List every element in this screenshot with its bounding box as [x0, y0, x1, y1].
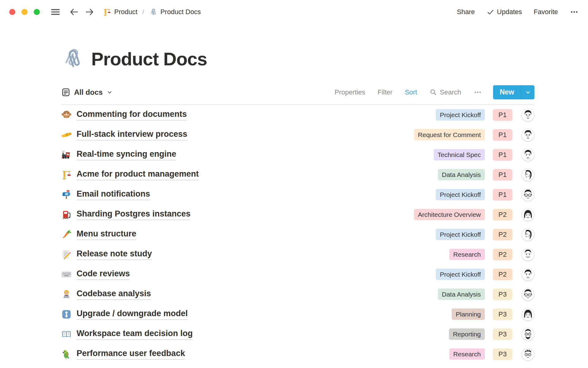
open-book-emoji — [61, 329, 72, 339]
doc-row[interactable]: Release note study Research P2 — [61, 244, 534, 264]
doc-title[interactable]: Commenting for documents — [77, 109, 187, 121]
assignee-avatar-woman-side-profile[interactable] — [522, 168, 534, 181]
doc-priority-badge[interactable]: P1 — [493, 189, 512, 201]
doc-row[interactable]: Commenting for documents Project Kickoff… — [61, 105, 534, 125]
doc-row[interactable]: Upgrade / downgrade model Planning P3 — [61, 304, 534, 324]
doc-tag[interactable]: Data Analysis — [438, 169, 485, 180]
new-dropdown-button[interactable] — [521, 85, 534, 99]
assignee-avatar-man-stubble[interactable] — [522, 268, 534, 281]
sidebar-menu-icon[interactable] — [50, 7, 61, 17]
share-button[interactable]: Share — [457, 8, 475, 16]
doc-title[interactable]: Full-stack interview process — [77, 129, 187, 140]
updates-button[interactable]: Updates — [487, 8, 522, 16]
doc-title[interactable]: Release note study — [77, 249, 152, 260]
ellipsis-icon — [473, 88, 482, 97]
doc-row[interactable]: Email notifications Project Kickoff P1 — [61, 185, 534, 205]
doc-row[interactable]: Acme for product management Data Analysi… — [61, 165, 534, 185]
doc-list: Commenting for documents Project Kickoff… — [61, 105, 534, 364]
doc-title[interactable]: Sharding Postgres instances — [77, 209, 190, 220]
assignee-avatar-man-short-hair[interactable] — [522, 109, 534, 121]
doc-title[interactable]: Workspace team decision log — [77, 329, 193, 340]
fuel-pump-emoji — [61, 209, 72, 220]
search-button[interactable]: Search — [429, 88, 461, 96]
doc-title[interactable]: Real-time syncing engine — [77, 149, 176, 160]
doc-title[interactable]: Acme for product management — [77, 169, 199, 180]
doc-priority-badge[interactable]: P1 — [493, 169, 512, 181]
doc-title[interactable]: Email notifications — [77, 189, 150, 200]
mailbox-raised-flag-emoji — [61, 190, 72, 200]
doc-priority-badge[interactable]: P2 — [493, 209, 512, 220]
doc-tag[interactable]: Reporting — [449, 328, 485, 340]
view-switcher-all-docs[interactable]: All docs — [61, 88, 113, 97]
assignee-avatar-person-glasses[interactable] — [522, 288, 534, 301]
doc-row[interactable]: Workspace team decision log Reporting P3 — [61, 324, 534, 344]
assignee-avatar-person-glasses[interactable] — [522, 188, 534, 201]
search-icon — [429, 88, 437, 96]
favorite-button[interactable]: Favorite — [534, 8, 558, 16]
doc-priority-badge[interactable]: P3 — [493, 328, 512, 340]
doc-row[interactable]: Menu structure Project Kickoff P2 — [61, 224, 534, 244]
doc-tag[interactable]: Research — [449, 348, 485, 360]
assignee-avatar-man-stubble[interactable] — [522, 148, 534, 161]
doc-row[interactable]: Real-time syncing engine Technical Spec … — [61, 145, 534, 165]
doc-tag[interactable]: Technical Spec — [434, 149, 485, 160]
doc-row[interactable]: Sharding Postgres instances Architecture… — [61, 205, 534, 224]
doc-title[interactable]: Code reviews — [77, 269, 130, 280]
doc-priority-badge[interactable]: P2 — [493, 249, 512, 260]
breadcrumb-item-product[interactable]: Product — [103, 8, 138, 16]
zoom-window-button[interactable] — [34, 9, 40, 15]
doc-tag[interactable]: Data Analysis — [438, 289, 485, 300]
doc-title[interactable]: Menu structure — [77, 229, 136, 240]
doc-row[interactable]: Performance user feedback Research P3 — [61, 344, 534, 364]
assignee-avatar-man-short-hair[interactable] — [522, 128, 534, 141]
doc-priority-badge[interactable]: P1 — [493, 129, 512, 141]
view-more-options-button[interactable] — [473, 88, 482, 97]
window-title-bar: Product / Product Docs Share Updates Fav… — [0, 0, 588, 24]
doc-tag[interactable]: Research — [449, 249, 485, 260]
doc-tag[interactable]: Project Kickoff — [436, 269, 485, 280]
properties-button[interactable]: Properties — [334, 88, 365, 96]
assignee-avatar-man-smile[interactable] — [522, 248, 534, 261]
doc-tag[interactable]: Project Kickoff — [436, 229, 485, 240]
breadcrumb-label: Product Docs — [160, 8, 201, 16]
minimize-window-button[interactable] — [21, 9, 28, 15]
chevron-down-icon — [106, 89, 113, 96]
doc-priority-badge[interactable]: P3 — [493, 348, 512, 360]
forward-arrow-icon[interactable] — [85, 7, 94, 17]
doc-priority-badge[interactable]: P3 — [493, 309, 512, 320]
doc-priority-badge[interactable]: P3 — [493, 289, 512, 300]
more-options-button[interactable] — [570, 7, 579, 17]
page-title[interactable]: Product Docs — [91, 48, 207, 70]
doc-row[interactable]: Codebase analysis Data Analysis P3 — [61, 284, 534, 304]
chevron-down-icon — [525, 89, 531, 96]
new-button[interactable]: New — [493, 85, 521, 99]
assignee-avatar-woman-bob[interactable] — [522, 308, 534, 321]
doc-tag[interactable]: Request for Comment — [414, 129, 485, 140]
doc-tag[interactable]: Project Kickoff — [436, 189, 485, 200]
doc-priority-badge[interactable]: P1 — [493, 109, 512, 121]
doc-row[interactable]: Code reviews Project Kickoff P2 — [61, 264, 534, 284]
breadcrumb-item-product-docs[interactable]: Product Docs — [149, 8, 201, 16]
breadcrumb-label: Product — [114, 8, 138, 16]
doc-row[interactable]: Full-stack interview process Request for… — [61, 125, 534, 145]
filter-button[interactable]: Filter — [378, 88, 393, 96]
doc-title[interactable]: Performance user feedback — [77, 349, 185, 360]
close-window-button[interactable] — [9, 9, 15, 15]
sort-button[interactable]: Sort — [405, 88, 417, 96]
assignee-avatar-woman-bob[interactable] — [522, 208, 534, 221]
doc-title[interactable]: Codebase analysis — [77, 289, 151, 300]
doc-tag[interactable]: Architecture Overview — [414, 209, 485, 220]
linked-paperclips-emoji — [149, 8, 157, 16]
assignee-avatar-man-glasses-spiky[interactable] — [522, 348, 534, 361]
doc-tag[interactable]: Project Kickoff — [436, 109, 485, 121]
back-arrow-icon[interactable] — [69, 7, 79, 17]
doc-priority-badge[interactable]: P2 — [493, 229, 512, 240]
assignee-avatar-woman-side-profile[interactable] — [522, 228, 534, 241]
building-construction-emoji — [103, 8, 111, 16]
linked-paperclips-emoji[interactable] — [61, 47, 85, 71]
doc-priority-badge[interactable]: P1 — [493, 149, 512, 161]
doc-title[interactable]: Upgrade / downgrade model — [77, 309, 188, 320]
assignee-avatar-man-glasses-beard[interactable] — [522, 328, 534, 341]
doc-tag[interactable]: Planning — [452, 309, 485, 320]
doc-priority-badge[interactable]: P2 — [493, 269, 512, 280]
